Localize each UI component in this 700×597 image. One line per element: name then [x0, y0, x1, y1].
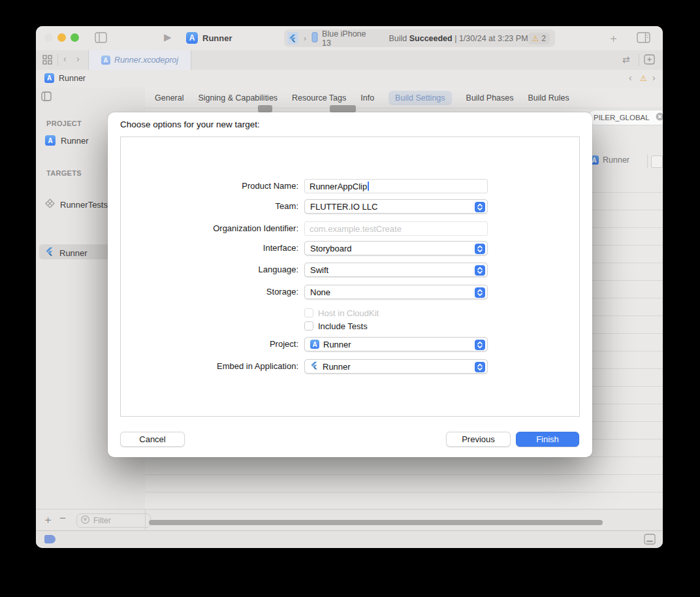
popup-stepper-icon [475, 340, 485, 350]
project-popup[interactable]: A Runner [304, 337, 488, 351]
interface-label: Interface: [134, 243, 298, 253]
team-popup[interactable]: FLUTTER.IO LLC [304, 199, 488, 214]
project-label: Project: [134, 339, 298, 349]
popup-stepper-icon [475, 362, 485, 372]
zoom-window-button[interactable] [71, 33, 79, 42]
host-in-cloudkit-checkbox [304, 308, 313, 317]
warning-icon[interactable]: ⚠ [640, 74, 647, 83]
organization-identifier-label: Organization Identifier: [134, 223, 298, 233]
sidebar-filter-field[interactable] [76, 513, 151, 528]
add-editor-icon[interactable] [644, 54, 655, 67]
target-selector-popup[interactable]: A Runner [590, 155, 629, 165]
toggle-navigator-icon[interactable] [95, 32, 107, 46]
warning-badge[interactable]: ⚠ 2 [528, 33, 550, 44]
previous-button[interactable]: Previous [446, 432, 511, 447]
flutter-icon [310, 361, 319, 372]
swap-editor-icon[interactable]: ⇄ [622, 54, 630, 65]
tab-build-rules[interactable]: Build Rules [528, 93, 569, 103]
activity-status[interactable]: Build Succeeded | 1/30/24 at 3:23 PM [389, 34, 528, 43]
scheme-bar: › Blue iPhone 13 Build Succeeded | 1/30/… [284, 29, 555, 47]
storage-popup[interactable]: None [304, 285, 488, 299]
include-tests-checkbox[interactable] [304, 321, 313, 331]
warning-count: 2 [541, 34, 546, 43]
sidebar-item-target-runnertests[interactable]: RunnerTests [45, 199, 108, 211]
next-issue-icon[interactable]: › [652, 73, 656, 83]
project-section-header: PROJECT [46, 120, 82, 127]
popup-stepper-icon [475, 287, 485, 298]
popup-stepper-icon [475, 244, 485, 254]
previous-issue-icon[interactable]: ‹ [629, 73, 632, 83]
remove-target-button[interactable]: − [59, 512, 66, 525]
embed-in-application-popup[interactable]: Runner [304, 359, 488, 374]
status-bar [36, 530, 663, 548]
dialog-title: Choose options for your new target: [120, 120, 260, 129]
add-library-button[interactable]: ＋ [608, 31, 619, 46]
cancel-button[interactable]: Cancel [120, 432, 185, 447]
breadcrumb: A Runner ‹ ⚠ › [36, 70, 663, 88]
language-label: Language: [134, 265, 298, 274]
toggle-debug-area-icon[interactable] [644, 534, 656, 547]
run-destination-label[interactable]: Blue iPhone 13 [322, 29, 372, 48]
divider [145, 509, 146, 531]
add-target-button[interactable]: ＋ [42, 512, 54, 527]
iphone-icon[interactable] [311, 32, 318, 44]
run-button[interactable]: ▶ [164, 31, 172, 43]
tab-runner-xcodeproj[interactable]: A Runner.xcodeproj [88, 50, 191, 70]
minimize-window-button[interactable] [57, 33, 66, 42]
breakpoint-indicator-icon[interactable] [44, 535, 56, 543]
filter-input[interactable] [92, 515, 136, 526]
divider [639, 54, 639, 66]
chevron-right-icon: › [304, 34, 306, 43]
toggle-inspector-icon[interactable] [637, 32, 650, 46]
storage-label: Storage: [134, 287, 298, 297]
breadcrumb-item[interactable]: Runner [59, 74, 86, 83]
app-store-icon: A [44, 73, 54, 83]
tab-general[interactable]: General [155, 93, 183, 103]
embed-in-application-label: Embed in Application: [134, 361, 298, 371]
app-store-icon: A [186, 32, 198, 44]
build-settings-filter-field[interactable]: PILER_GLOBAL [588, 110, 663, 125]
text-cursor [368, 182, 369, 191]
tab-resource-tags[interactable]: Resource Tags [292, 93, 346, 103]
outline-toggle-icon[interactable] [41, 91, 52, 104]
app-store-icon: A [101, 56, 110, 65]
segmented-control-fragment [258, 105, 272, 112]
product-name-label: Product Name: [134, 181, 298, 191]
divider [57, 54, 58, 66]
tab-info[interactable]: Info [360, 93, 374, 103]
tab-build-settings[interactable]: Build Settings [389, 91, 451, 105]
product-name-input[interactable]: RunnerAppClip [304, 179, 488, 193]
interface-popup[interactable]: Storyboard [304, 241, 488, 255]
language-popup[interactable]: Swift [304, 263, 488, 277]
back-icon[interactable]: ‹ [63, 54, 67, 64]
filter-token: PILER_GLOBAL [594, 114, 656, 121]
flutter-icon [45, 247, 54, 259]
tab-signing-capabilities[interactable]: Signing & Capabilities [198, 93, 278, 103]
window-title: A Runner [186, 32, 232, 44]
filter-funnel-icon [81, 515, 89, 526]
editor-tab-bar: ‹ › A Runner.xcodeproj ⇄ [36, 50, 663, 71]
forward-icon[interactable]: › [76, 54, 80, 64]
related-items-grid-icon[interactable] [42, 55, 52, 67]
divider [145, 108, 663, 108]
popup-stepper-icon [475, 202, 485, 212]
close-window-button[interactable] [44, 33, 53, 42]
window-title-label: Runner [202, 33, 232, 43]
sidebar-item-project-runner[interactable]: A Runner [45, 135, 89, 146]
include-tests-label: Include Tests [318, 321, 368, 331]
finish-button[interactable]: Finish [516, 432, 579, 447]
divider [647, 154, 648, 169]
organization-identifier-input[interactable]: com.example.testCreate [304, 221, 488, 236]
tab-build-phases[interactable]: Build Phases [466, 93, 514, 103]
clear-filter-icon[interactable] [656, 112, 663, 123]
new-target-options-dialog: Choose options for your new target: Prod… [108, 112, 592, 457]
settings-tab-strip: General Signing & Capabilities Resource … [155, 88, 569, 108]
targets-section-header: TARGETS [46, 169, 82, 177]
test-bundle-icon [45, 199, 55, 211]
toolbar: ▶ A Runner › Blue iPhone 13 Build Succee… [36, 26, 663, 51]
team-label: Team: [134, 201, 298, 211]
app-store-icon: A [310, 340, 319, 349]
warning-icon: ⚠ [532, 34, 539, 43]
horizontal-scrollbar[interactable] [149, 520, 603, 525]
flutter-icon[interactable] [287, 32, 298, 44]
